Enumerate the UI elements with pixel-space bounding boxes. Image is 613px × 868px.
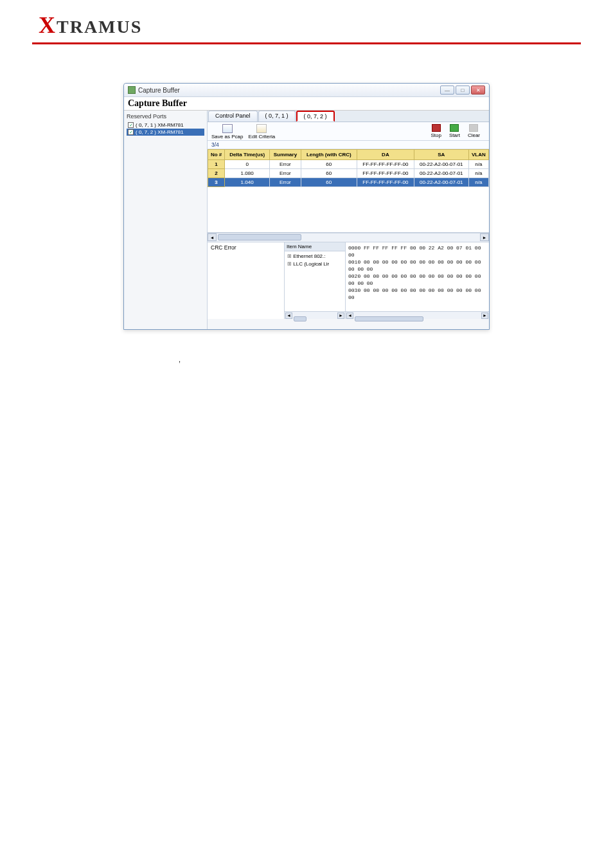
start-button[interactable]: Start <box>449 124 460 138</box>
packet-table: No # Delta Time(us) Summary Length (with… <box>208 149 489 187</box>
scroll-left-icon[interactable]: ◄ <box>208 233 217 241</box>
col-sa[interactable]: SA <box>414 150 468 160</box>
col-no[interactable]: No # <box>208 150 225 160</box>
table-hscroll[interactable]: ◄ ► <box>208 233 489 242</box>
tab-port-072[interactable]: ( 0, 7, 2 ) <box>296 111 335 122</box>
capture-buffer-window: Capture Buffer — □ ✕ Capture Buffer Rese… <box>123 83 490 330</box>
table-row[interactable]: 2 1.080 Error 60 FF-FF-FF-FF-FF-00 00-22… <box>208 169 489 178</box>
col-summary[interactable]: Summary <box>270 150 301 160</box>
capture-count: 3/4 <box>208 141 489 149</box>
col-da[interactable]: DA <box>357 150 414 160</box>
save-as-pcap-button[interactable]: Save as Pcap <box>211 124 243 140</box>
top-divider <box>32 42 581 44</box>
detail-tree[interactable]: ⊞ Ethernet 802.: ⊞ LLC (Logical Lir <box>285 251 345 311</box>
save-icon <box>222 124 233 133</box>
stop-button[interactable]: Stop <box>431 124 441 138</box>
col-length[interactable]: Length (with CRC) <box>301 150 357 160</box>
window-title: Capture Buffer <box>138 87 440 94</box>
close-button[interactable]: ✕ <box>471 86 485 95</box>
scroll-right-icon[interactable]: ► <box>481 312 488 319</box>
port-item-0[interactable]: ✓ ( 0, 7, 1 ) XM-RM781 <box>127 122 204 129</box>
page-title: Capture Buffer <box>124 97 489 111</box>
port-item-1[interactable]: ✓ ( 0, 7, 2 ) XM-RM781 <box>127 129 204 136</box>
detail-tree-header: Item Name <box>285 242 345 251</box>
port-checkbox-0[interactable]: ✓ <box>128 122 134 128</box>
maximize-button[interactable]: □ <box>456 86 470 95</box>
logo-x: X <box>39 12 57 38</box>
expand-icon[interactable]: ⊞ <box>287 260 292 268</box>
col-delta[interactable]: Delta Time(us) <box>225 150 270 160</box>
window-icon <box>128 86 136 94</box>
edit-criteria-button[interactable]: Edit Criteria <box>248 124 275 140</box>
clear-button[interactable]: Clear <box>468 124 480 138</box>
scroll-thumb[interactable] <box>355 316 423 321</box>
minimize-button[interactable]: — <box>440 86 454 95</box>
expand-icon[interactable]: ⊞ <box>287 253 292 260</box>
hex-view[interactable]: 0000 FF FF FF FF FF 00 00 22 A2 00 07 01… <box>346 242 489 311</box>
hex-hscroll[interactable]: ◄ ► <box>346 311 489 319</box>
stray-comma: , <box>179 356 613 363</box>
port-label-0: ( 0, 7, 1 ) XM-RM781 <box>136 122 184 128</box>
scroll-right-icon[interactable]: ► <box>337 312 344 319</box>
logo-rest: TRAMUS <box>57 17 142 37</box>
scroll-right-icon[interactable]: ► <box>480 233 489 241</box>
tab-control-panel[interactable]: Control Panel <box>208 111 258 122</box>
tab-port-071[interactable]: ( 0, 7, 1 ) <box>258 111 296 122</box>
toolbar: Save as Pcap Edit Criteria Stop Start Cl… <box>208 122 489 141</box>
tabs: Control Panel ( 0, 7, 1 ) ( 0, 7, 2 ) <box>208 111 489 122</box>
table-row[interactable]: 3 1.040 Error 60 FF-FF-FF-FF-FF-00 00-22… <box>208 178 489 187</box>
start-icon <box>450 124 459 132</box>
detail-summary: CRC Error <box>208 242 285 319</box>
titlebar[interactable]: Capture Buffer — □ ✕ <box>124 84 489 97</box>
edit-icon <box>256 124 267 133</box>
clear-icon <box>469 124 478 132</box>
scroll-left-icon[interactable]: ◄ <box>285 312 292 319</box>
reserved-ports-title: Reserved Ports <box>127 113 204 120</box>
scroll-left-icon[interactable]: ◄ <box>346 312 353 319</box>
col-vlan[interactable]: VLAN <box>468 150 488 160</box>
port-label-1: ( 0, 7, 2 ) XM-RM781 <box>136 129 184 135</box>
scroll-thumb[interactable] <box>218 234 301 240</box>
stop-icon <box>432 124 441 132</box>
reserved-ports-panel: Reserved Ports ✓ ( 0, 7, 1 ) XM-RM781 ✓ … <box>124 111 208 329</box>
tree-hscroll[interactable]: ◄ ► <box>285 311 345 319</box>
scroll-thumb[interactable] <box>294 316 306 321</box>
table-row[interactable]: 1 0 Error 60 FF-FF-FF-FF-FF-00 00-22-A2-… <box>208 160 489 169</box>
port-checkbox-1[interactable]: ✓ <box>128 129 134 135</box>
